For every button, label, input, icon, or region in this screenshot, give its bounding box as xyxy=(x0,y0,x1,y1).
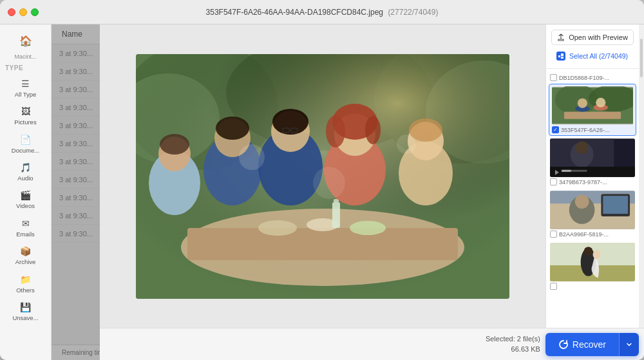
all-types-icon: ☰ xyxy=(20,78,32,90)
svg-point-28 xyxy=(365,116,381,144)
preview-bottom-bar: Selected: 2 file(s) 66.63 KB Recover xyxy=(100,328,644,360)
svg-point-35 xyxy=(239,144,265,170)
app-window: 353F547F-6A26-46AA-94AA-DA198CFCD84C.jpe… xyxy=(0,0,644,360)
svg-rect-14 xyxy=(334,199,339,207)
photo-svg xyxy=(136,54,509,299)
thumbnails-list[interactable]: DB1D5868-F109-... xyxy=(546,69,639,328)
sidebar-label-pictures: Pictures xyxy=(14,118,36,126)
svg-point-12 xyxy=(350,221,386,235)
thumbnail-image-b2a xyxy=(550,191,635,229)
selected-info: Selected: 2 file(s) 66.63 KB xyxy=(486,334,540,354)
thumbnail-checkbox-3479[interactable] xyxy=(550,178,557,185)
thumbnail-checkbox-db1[interactable] xyxy=(550,74,557,81)
svg-rect-41 xyxy=(561,57,564,59)
svg-rect-45 xyxy=(564,111,621,118)
traffic-lights xyxy=(8,8,39,16)
svg-point-20 xyxy=(272,109,308,135)
thumbnail-checkbox-wed[interactable] xyxy=(550,283,557,290)
svg-point-37 xyxy=(313,167,345,199)
thumbnail-filename-353: 353F547F-6A26-... xyxy=(561,127,610,133)
image-preview-area xyxy=(100,24,545,328)
svg-point-53 xyxy=(576,141,589,154)
scroll-track[interactable] xyxy=(639,24,644,328)
svg-point-10 xyxy=(258,220,297,236)
recover-icon xyxy=(558,339,569,350)
svg-point-31 xyxy=(409,118,442,142)
type-section-label: Type xyxy=(0,62,51,74)
recover-dropdown-button[interactable] xyxy=(619,333,639,356)
preview-modal: Open with Preview xyxy=(100,24,644,360)
sidebar-label-archive: Archive xyxy=(15,258,36,265)
thumbnail-checkbox-b2a[interactable] xyxy=(550,231,557,238)
home-nav[interactable]: 🏠 xyxy=(0,30,51,52)
sidebar-item-archive[interactable]: 📦 Archive xyxy=(0,242,51,269)
share-icon xyxy=(557,33,565,41)
thumbnail-item-353[interactable]: 353F547F-6A26-... xyxy=(549,84,636,136)
modal-body: Open with Preview xyxy=(100,24,644,328)
thumbnail-item-b2a[interactable]: B2AA996F-5819-... xyxy=(546,188,639,240)
sidebar-item-all-types[interactable]: ☰ All Type xyxy=(0,74,51,102)
svg-rect-57 xyxy=(562,170,571,172)
svg-rect-61 xyxy=(603,196,628,214)
sidebar-item-audio[interactable]: 🎵 Audio xyxy=(0,158,51,185)
maximize-button[interactable] xyxy=(31,8,39,16)
recover-label: Recover xyxy=(573,339,606,350)
svg-rect-54 xyxy=(550,167,635,177)
minimize-button[interactable] xyxy=(19,8,27,16)
thumbnail-filename-3479: 3479B673-9787-... xyxy=(559,179,607,185)
svg-point-48 xyxy=(578,99,587,108)
main-image xyxy=(136,54,509,299)
pictures-icon: 🖼 xyxy=(20,106,32,117)
window-title: 353F547F-6A26-46AA-94AA-DA198CFCD84C.jpe… xyxy=(206,8,439,17)
thumbnail-item-3479[interactable]: 3479B673-9787-... xyxy=(546,136,639,188)
content-area: Name Date 3 at 9:30... 3 at 9:30... 3 at… xyxy=(52,24,644,360)
main-layout: 🏠 Macint... Type ☰ All Type 🖼 Pictures 📄… xyxy=(0,24,644,360)
file-size: 66.63 KB xyxy=(486,345,540,354)
videos-icon: 🎬 xyxy=(20,189,32,201)
sidebar-item-others[interactable]: 📁 Others xyxy=(0,270,51,298)
thumbnail-item-wed[interactable] xyxy=(546,240,639,292)
selected-count: Selected: 2 file(s) xyxy=(486,334,540,344)
thumbnail-filename-b2a: B2AA996F-5819-... xyxy=(559,231,609,238)
svg-rect-40 xyxy=(561,53,564,56)
scroll-thumb xyxy=(640,39,643,77)
sidebar-label-all-types: All Type xyxy=(15,91,37,98)
unsaved-icon: 💾 xyxy=(20,301,32,313)
select-all-label: Select All (2/74049) xyxy=(569,52,628,60)
sidebar-label-audio: Audio xyxy=(17,175,33,182)
select-all-icon xyxy=(556,52,565,61)
recover-button[interactable]: Recover xyxy=(545,333,619,356)
sidebar-label-others: Others xyxy=(16,287,35,294)
thumbnail-panel: Open with Preview xyxy=(545,24,639,328)
svg-point-68 xyxy=(584,247,593,256)
drive-label: Macint... xyxy=(0,52,51,62)
svg-point-63 xyxy=(575,194,589,209)
sidebar-item-videos[interactable]: 🎬 Videos xyxy=(0,185,51,213)
thumbnail-checkbox-353[interactable] xyxy=(552,126,559,133)
thumbnail-item-db1[interactable]: DB1D5868-F109-... xyxy=(546,71,639,84)
sidebar-item-documents[interactable]: 📄 Docume... xyxy=(0,130,51,158)
title-bar: 353F547F-6A26-46AA-94AA-DA198CFCD84C.jpe… xyxy=(0,0,644,24)
others-icon: 📁 xyxy=(20,274,32,285)
sidebar-item-unsaved[interactable]: 💾 Unsave... xyxy=(0,298,51,325)
svg-point-36 xyxy=(397,135,416,154)
thumbnail-image-353 xyxy=(552,86,633,125)
open-with-preview-button[interactable]: Open with Preview xyxy=(551,30,634,45)
select-all-button[interactable]: Select All (2/74049) xyxy=(551,49,634,63)
sidebar-item-emails[interactable]: ✉ Emails xyxy=(0,214,51,242)
sidebar-label-documents: Docume... xyxy=(12,147,39,154)
image-container xyxy=(100,24,545,328)
sidebar-label-emails: Emails xyxy=(16,231,35,238)
sidebar-label-unsaved: Unsave... xyxy=(12,314,38,321)
filename-text: 353F547F-6A26-46AA-94AA-DA198CFCD84C.jpe… xyxy=(206,8,383,17)
close-button[interactable] xyxy=(8,8,15,16)
svg-point-17 xyxy=(216,117,249,140)
svg-rect-39 xyxy=(558,55,560,57)
sidebar-item-pictures[interactable]: 🖼 Pictures xyxy=(0,102,51,129)
progress-text: (27722/74049) xyxy=(388,8,438,17)
emails-icon: ✉ xyxy=(20,218,32,229)
svg-point-49 xyxy=(596,98,605,108)
thumbnail-image-3479 xyxy=(550,138,635,177)
recover-button-group: Recover xyxy=(545,333,639,356)
panel-toolbar: Open with Preview xyxy=(546,24,639,69)
